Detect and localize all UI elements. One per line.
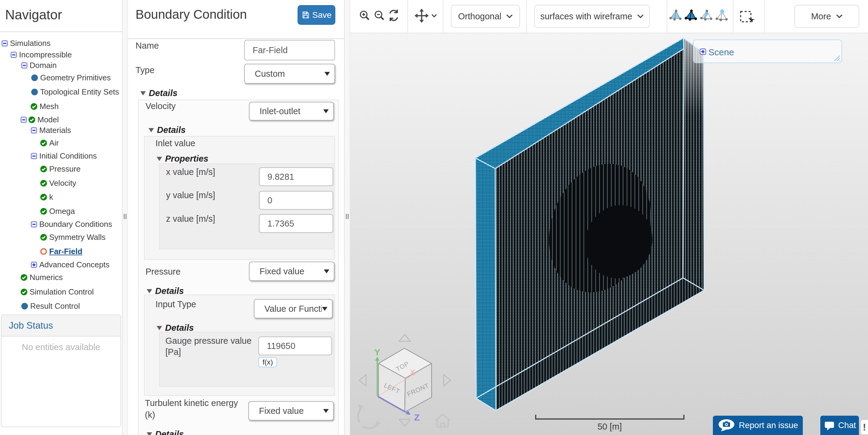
svg-text:Z: Z — [414, 412, 420, 422]
svg-text:50 [m]: 50 [m] — [597, 422, 622, 431]
svg-text:X: X — [410, 368, 415, 377]
svg-text:Y: Y — [374, 347, 380, 357]
